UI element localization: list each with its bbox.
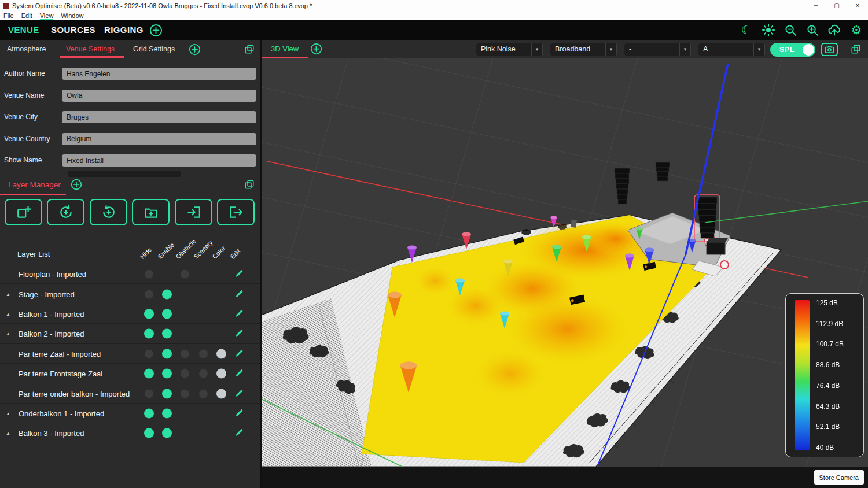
layer-row-par-terre-onder-balkon-imported[interactable]: Par terre onder balkon - Imported xyxy=(0,383,260,403)
layer-row-floorplan-imported[interactable]: Floorplan - Imported xyxy=(0,264,260,284)
weighting-dropdown[interactable]: A▾ xyxy=(698,43,765,56)
tab-venue-settings[interactable]: Venue Settings xyxy=(66,40,115,58)
expand-triangle-icon[interactable]: ▲ xyxy=(6,331,10,337)
obstacle-toggle[interactable] xyxy=(180,389,190,398)
scenery-toggle[interactable] xyxy=(198,369,208,379)
edit-layer-button[interactable] xyxy=(234,328,245,339)
hide-toggle[interactable] xyxy=(144,428,154,438)
hide-toggle[interactable] xyxy=(144,269,154,279)
hide-toggle[interactable] xyxy=(144,289,154,299)
zoom-out-icon[interactable] xyxy=(784,23,797,37)
expand-triangle-icon[interactable]: ▲ xyxy=(6,411,10,416)
layer-row-stage-imported[interactable]: ▲Stage - Imported xyxy=(0,283,260,304)
chevron-down-icon[interactable]: ▾ xyxy=(753,43,764,56)
expand-triangle-icon[interactable]: ▲ xyxy=(6,431,10,436)
menu-file[interactable]: File xyxy=(3,12,14,20)
layers-stack-icon[interactable] xyxy=(244,179,255,190)
new-layer-button[interactable] xyxy=(5,199,42,225)
tab-rigging[interactable]: RIGGING xyxy=(104,20,144,40)
band-dropdown[interactable]: -▾ xyxy=(624,43,691,56)
obstacle-toggle[interactable] xyxy=(180,369,190,379)
tab-grid-settings[interactable]: Grid Settings xyxy=(133,40,175,58)
import-layer-button[interactable] xyxy=(175,199,212,225)
hide-toggle[interactable] xyxy=(144,349,154,358)
add-layer-plus-circle-icon[interactable] xyxy=(71,179,82,190)
layer-row-balkon-3-imported[interactable]: ▲Balkon 3 - Imported xyxy=(0,423,260,443)
3d-canvas[interactable]: 125 dB112.9 dB100.7 dB88.6 dB76.4 dB64.3… xyxy=(262,58,868,467)
menu-edit[interactable]: Edit xyxy=(21,12,32,20)
enable-toggle[interactable] xyxy=(162,309,172,319)
toggle-knob[interactable] xyxy=(803,44,814,56)
author-name-input[interactable] xyxy=(62,68,256,80)
add-tab-plus-circle-icon[interactable] xyxy=(149,24,163,37)
color-toggle[interactable] xyxy=(216,349,226,358)
menu-window[interactable]: Window xyxy=(61,12,83,20)
hide-toggle[interactable] xyxy=(144,369,154,379)
hide-toggle[interactable] xyxy=(144,389,154,398)
camera-button[interactable] xyxy=(821,43,838,56)
enable-toggle[interactable] xyxy=(162,349,172,358)
scenery-toggle[interactable] xyxy=(198,349,208,358)
obstacle-toggle[interactable] xyxy=(180,349,190,358)
chevron-down-icon[interactable]: ▾ xyxy=(605,43,616,56)
enable-toggle[interactable] xyxy=(162,329,172,339)
edit-layer-button[interactable] xyxy=(234,348,245,359)
layer-row-par-terre-zaal-imported[interactable]: Par terre Zaal - Imported xyxy=(0,343,260,364)
edit-layer-button[interactable] xyxy=(234,428,245,439)
cloud-upload-icon[interactable] xyxy=(827,23,841,37)
color-toggle[interactable] xyxy=(216,389,226,398)
expand-triangle-icon[interactable]: ▲ xyxy=(6,311,10,316)
layers-stack-icon[interactable] xyxy=(244,44,255,54)
edit-layer-button[interactable] xyxy=(234,308,245,319)
new-circular-ccw-button[interactable] xyxy=(90,199,127,225)
venue-country-input[interactable] xyxy=(62,133,256,145)
edit-layer-button[interactable] xyxy=(234,368,245,379)
enable-toggle[interactable] xyxy=(162,389,172,398)
menu-view[interactable]: View xyxy=(40,12,54,20)
brightness-icon[interactable] xyxy=(762,23,775,37)
hide-toggle[interactable] xyxy=(144,408,154,418)
store-camera-button[interactable]: Store Camera xyxy=(814,470,864,485)
venue-name-input[interactable] xyxy=(62,90,256,102)
layer-row-balkon-1-imported[interactable]: ▲Balkon 1 - Imported xyxy=(0,304,260,324)
scenery-toggle[interactable] xyxy=(198,389,208,398)
signal-dropdown[interactable]: Pink Noise▾ xyxy=(476,43,543,56)
spl-toggle[interactable]: SPL xyxy=(770,43,815,57)
hide-toggle[interactable] xyxy=(144,309,154,319)
obstacle-toggle[interactable] xyxy=(180,269,190,279)
enable-toggle[interactable] xyxy=(162,289,172,299)
layers-stack-icon[interactable] xyxy=(851,44,861,54)
new-circular-cw-button[interactable] xyxy=(47,199,84,225)
show-name-input[interactable] xyxy=(62,154,256,167)
venue-city-input[interactable] xyxy=(62,111,256,123)
maximize-button[interactable]: ▢ xyxy=(826,0,847,11)
tab-sources[interactable]: SOURCES xyxy=(51,20,95,40)
edit-layer-button[interactable] xyxy=(234,269,245,280)
add-settings-plus-circle-icon[interactable] xyxy=(189,43,201,56)
chevron-down-icon[interactable]: ▾ xyxy=(531,43,542,56)
hide-toggle[interactable] xyxy=(144,329,154,339)
bandwidth-dropdown[interactable]: Broadband▾ xyxy=(550,43,617,56)
edit-layer-button[interactable] xyxy=(234,408,245,419)
new-folder-button[interactable] xyxy=(132,199,170,225)
enable-toggle[interactable] xyxy=(162,369,172,379)
settings-gear-icon[interactable]: ⚙ xyxy=(849,23,863,37)
color-toggle[interactable] xyxy=(216,369,226,379)
close-button[interactable]: ✕ xyxy=(847,0,868,11)
edit-layer-button[interactable] xyxy=(234,388,245,399)
tab-3d-view[interactable]: 3D View xyxy=(271,40,299,57)
export-layer-button[interactable] xyxy=(217,199,255,225)
enable-toggle[interactable] xyxy=(162,408,172,418)
edit-layer-button[interactable] xyxy=(234,289,245,300)
3d-scene[interactable] xyxy=(262,58,868,467)
moon-icon[interactable]: ☾ xyxy=(740,23,753,37)
tab-venue[interactable]: VENUE xyxy=(8,20,39,40)
layer-row-balkon-2-imported[interactable]: ▲Balkon 2 - Imported xyxy=(0,323,260,343)
tab-atmosphere[interactable]: Atmosphere xyxy=(7,40,46,58)
layer-row-par-terre-frontstage-zaal[interactable]: Par terre Frontstage Zaal xyxy=(0,363,260,383)
minimize-button[interactable]: ─ xyxy=(806,0,826,11)
add-view-plus-circle-icon[interactable] xyxy=(310,43,322,55)
layer-row-onderbalkon-1-imported[interactable]: ▲Onderbalkon 1 - Imported xyxy=(0,403,260,423)
zoom-in-icon[interactable] xyxy=(806,23,819,37)
enable-toggle[interactable] xyxy=(162,428,172,438)
